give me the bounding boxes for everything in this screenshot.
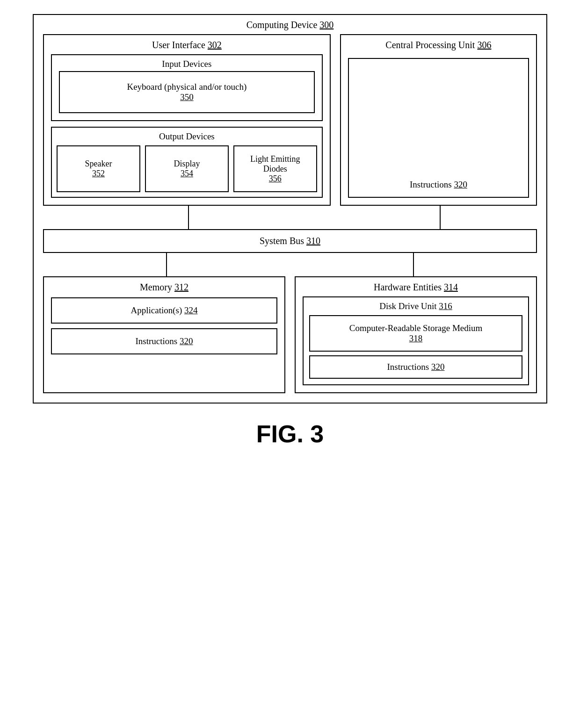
disk-drive-label: Disk Drive Unit 316 xyxy=(309,301,522,311)
led-num: 356 xyxy=(269,174,282,184)
left-connector xyxy=(43,206,334,229)
user-interface-box: User Interface 302 Input Devices Keyboar… xyxy=(43,34,331,206)
input-devices-label: Input Devices xyxy=(59,59,315,69)
fig-label: FIG. 3 xyxy=(256,420,324,448)
cpu-inner-box: Instructions 320 xyxy=(348,58,529,198)
output-devices-label: Output Devices xyxy=(57,131,317,142)
led-label: Light Emitting Diodes xyxy=(238,154,312,174)
display-num: 354 xyxy=(181,169,193,179)
crsm-num: 318 xyxy=(317,333,515,344)
system-bus-label: System Bus xyxy=(260,236,304,246)
bottom-right-vert-line xyxy=(413,253,414,276)
bottom-left-vert-line xyxy=(166,253,167,276)
memory-instructions-label: Instructions xyxy=(136,336,178,346)
connector-spacer xyxy=(334,206,343,229)
output-inner-row: Speaker 352 Display 354 Light Emitting D… xyxy=(57,145,317,192)
memory-instructions-box: Instructions 320 xyxy=(51,328,277,354)
disk-drive-box: Disk Drive Unit 316 Computer-Readable St… xyxy=(303,296,529,385)
disk-instructions-label: Instructions xyxy=(387,362,429,372)
output-devices-box: Output Devices Speaker 352 Display 354 L… xyxy=(51,127,323,198)
computing-device-label: Computing Device 300 xyxy=(43,20,537,30)
applications-box: Application(s) 324 xyxy=(51,297,277,324)
speaker-box: Speaker 352 xyxy=(57,145,140,192)
hardware-entities-box: Hardware Entities 314 Disk Drive Unit 31… xyxy=(295,276,537,393)
memory-label: Memory 312 xyxy=(51,282,277,293)
left-vert-line xyxy=(188,206,189,229)
top-connectors xyxy=(43,206,537,229)
crsm-label: Computer-Readable Storage Medium xyxy=(317,323,515,333)
diagram-wrapper: Computing Device 300 User Interface 302 … xyxy=(33,14,547,448)
keyboard-num: 350 xyxy=(180,92,194,102)
bottom-connectors xyxy=(43,253,537,276)
system-bus-num: 310 xyxy=(306,236,320,246)
system-bus-box: System Bus 310 xyxy=(43,229,537,253)
display-box: Display 354 xyxy=(145,145,229,192)
cpu-instructions-label: Instructions 320 xyxy=(410,180,467,190)
memory-instructions-num: 320 xyxy=(180,336,193,346)
user-interface-label: User Interface 302 xyxy=(51,40,323,50)
speaker-label: Speaker xyxy=(85,159,112,169)
cpu-label: Central Processing Unit 306 xyxy=(348,40,529,50)
cpu-box: Central Processing Unit 306 Instructions… xyxy=(340,34,537,206)
disk-instructions-num: 320 xyxy=(431,362,445,372)
input-devices-box: Input Devices Keyboard (physical and/or … xyxy=(51,54,323,121)
memory-box: Memory 312 Application(s) 324 Instructio… xyxy=(43,276,285,393)
applications-label: Application(s) xyxy=(130,305,182,315)
applications-num: 324 xyxy=(184,305,198,315)
display-label: Display xyxy=(174,159,200,169)
right-vert-line xyxy=(440,206,441,229)
led-box: Light Emitting Diodes 356 xyxy=(233,145,317,192)
bottom-right-connector xyxy=(290,253,537,276)
bottom-row: Memory 312 Application(s) 324 Instructio… xyxy=(43,276,537,393)
bottom-left-connector xyxy=(43,253,290,276)
right-connector xyxy=(343,206,537,229)
top-row: User Interface 302 Input Devices Keyboar… xyxy=(43,34,537,206)
speaker-num: 352 xyxy=(92,169,105,179)
hardware-entities-label: Hardware Entities 314 xyxy=(303,282,529,293)
keyboard-label: Keyboard (physical and/or touch) xyxy=(127,82,246,92)
crsm-box: Computer-Readable Storage Medium 318 xyxy=(309,315,522,352)
computing-device-box: Computing Device 300 User Interface 302 … xyxy=(33,14,547,404)
disk-instructions-box: Instructions 320 xyxy=(309,355,522,379)
keyboard-box: Keyboard (physical and/or touch) 350 xyxy=(59,71,315,113)
